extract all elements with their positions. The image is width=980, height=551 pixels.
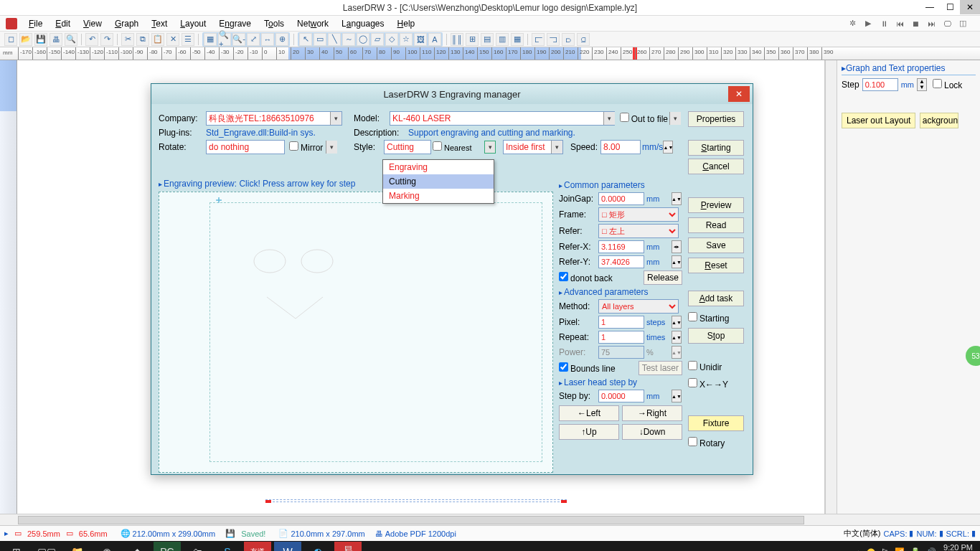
- undo-icon[interactable]: ↶: [85, 33, 98, 46]
- image-icon[interactable]: 🖼: [414, 33, 427, 46]
- step-spinner[interactable]: ▲▼: [917, 78, 927, 91]
- add-task-button[interactable]: Add task: [688, 291, 744, 306]
- down-button[interactable]: ↓Down: [622, 424, 682, 440]
- left-button[interactable]: ←Left: [559, 405, 619, 421]
- spinner[interactable]: ◂▸: [672, 240, 682, 253]
- dialog-titlebar[interactable]: LaserDRW 3 Engraving manager ✕: [151, 84, 753, 104]
- chevron-down-icon[interactable]: ▾: [603, 112, 615, 125]
- grid4-icon[interactable]: ▦: [511, 33, 524, 46]
- copy-icon[interactable]: ⧉: [136, 33, 149, 46]
- qr-icon[interactable]: ⊞: [466, 33, 479, 46]
- style-dropdown-list[interactable]: Engraving Cutting Marking: [382, 159, 494, 204]
- line-icon[interactable]: ╲: [328, 33, 341, 46]
- zoom-full-icon[interactable]: ⤢: [247, 33, 260, 46]
- refer-select[interactable]: □ 左上: [598, 224, 679, 238]
- chevron-down-icon[interactable]: ▾: [330, 112, 341, 125]
- starting-button[interactable]: Starting: [688, 140, 744, 156]
- diamond-icon[interactable]: ◇: [385, 33, 398, 46]
- chevron-down-icon[interactable]: ▾: [484, 141, 496, 154]
- align4-icon[interactable]: ⫑: [577, 33, 590, 46]
- menu-view[interactable]: View: [77, 17, 108, 30]
- menu-help[interactable]: Help: [392, 17, 421, 30]
- chevron-down-icon[interactable]: ▾: [326, 141, 337, 154]
- tray-battery-icon[interactable]: 🔋: [910, 547, 920, 552]
- pixel-input[interactable]: [598, 316, 644, 329]
- chevron-down-icon[interactable]: ▾: [551, 141, 562, 154]
- new-icon[interactable]: ◻: [4, 33, 17, 46]
- scrollbar-vertical[interactable]: [825, 60, 837, 514]
- maximize-button[interactable]: ☐: [940, 0, 960, 14]
- filemgr-icon[interactable]: 📁: [63, 542, 90, 551]
- props-icon[interactable]: ☰: [182, 33, 194, 46]
- taskview-icon[interactable]: ▢▢: [33, 542, 60, 551]
- minimize-button[interactable]: —: [920, 0, 940, 14]
- barcode-icon[interactable]: ║║: [451, 33, 463, 46]
- open-icon[interactable]: 📂: [19, 33, 32, 46]
- spinner[interactable]: ▲▼: [672, 192, 682, 205]
- rect-icon[interactable]: ▭: [314, 33, 326, 46]
- refery-input[interactable]: [598, 255, 644, 268]
- align3-icon[interactable]: ⫐: [562, 33, 575, 46]
- preview-icon[interactable]: 🔍: [65, 33, 77, 46]
- reset-button[interactable]: Reset: [688, 258, 744, 273]
- redo-icon[interactable]: ↷: [100, 33, 113, 46]
- bounds-checkbox[interactable]: Bounds line: [559, 362, 616, 374]
- save-icon[interactable]: 💾: [34, 33, 47, 46]
- paste-icon[interactable]: 📋: [151, 33, 164, 46]
- next-icon[interactable]: ⏭: [925, 18, 937, 29]
- ellipse-icon[interactable]: ◯: [357, 33, 369, 46]
- grid-icon[interactable]: ▦: [204, 33, 217, 46]
- nearest-checkbox[interactable]: Nearest: [433, 141, 484, 152]
- rotary-checkbox[interactable]: Rotary: [688, 437, 745, 448]
- youdao-icon[interactable]: 有道: [244, 542, 271, 551]
- app2-icon[interactable]: ◐: [304, 542, 331, 551]
- zoom-out-icon[interactable]: 🔍-: [232, 33, 245, 46]
- tray-time[interactable]: 9:20 PM: [942, 543, 973, 551]
- laser-layout-button[interactable]: Laser out Layout: [842, 113, 915, 128]
- preview-button[interactable]: Preview: [688, 197, 744, 213]
- menu-text[interactable]: Text: [146, 17, 173, 30]
- tray-wifi-icon[interactable]: 📶: [895, 547, 905, 552]
- tray-flag-icon[interactable]: 🏳: [881, 547, 889, 551]
- play-icon[interactable]: ▶: [862, 18, 874, 29]
- spinner[interactable]: ▲▼: [672, 316, 682, 329]
- company-select[interactable]: [206, 111, 342, 126]
- dialog-close-button[interactable]: ✕: [728, 86, 750, 102]
- xy-checkbox[interactable]: X←→Y: [688, 378, 745, 390]
- chrome-icon[interactable]: ◉: [93, 542, 121, 551]
- close-button[interactable]: ✕: [960, 0, 980, 14]
- menu-network[interactable]: Network: [291, 17, 334, 30]
- poly-icon[interactable]: ▱: [371, 33, 384, 46]
- mirror-checkbox[interactable]: Mirror: [289, 141, 323, 153]
- fixture-button[interactable]: Fixture: [688, 415, 744, 431]
- cancel-button[interactable]: Cancel: [688, 159, 744, 174]
- unidir-checkbox[interactable]: Unidir: [688, 361, 745, 372]
- tray-volume-icon[interactable]: 🔊: [926, 547, 936, 552]
- sb-lang[interactable]: 中文(简体): [844, 528, 880, 539]
- pycharm-icon[interactable]: PC: [154, 542, 181, 551]
- grid2-icon[interactable]: ▤: [481, 33, 494, 46]
- plugins-value[interactable]: Std_Engrave.dll:Build-in sys.: [206, 128, 316, 138]
- delete-icon[interactable]: ✕: [166, 33, 179, 46]
- tray-shield-icon[interactable]: ⬤: [867, 547, 875, 552]
- print-icon[interactable]: 🖶: [50, 33, 62, 46]
- method-select[interactable]: All layers: [598, 299, 679, 314]
- text-icon[interactable]: A: [428, 33, 441, 46]
- frame-select[interactable]: □ 矩形: [598, 207, 679, 222]
- align1-icon[interactable]: ⫍: [532, 33, 545, 46]
- stop-icon[interactable]: ⏹: [910, 18, 921, 29]
- pause-icon[interactable]: ⏸: [878, 18, 890, 29]
- chevron-down-icon[interactable]: ▾: [669, 112, 681, 125]
- outfile-checkbox[interactable]: Out to file: [620, 113, 668, 124]
- rotate-select[interactable]: [206, 140, 285, 154]
- right-button[interactable]: →Right: [622, 405, 682, 421]
- menu-graph[interactable]: Graph: [109, 17, 144, 30]
- option-marking[interactable]: Marking: [383, 189, 494, 203]
- monitor-icon[interactable]: 🖵: [941, 18, 953, 29]
- up-button[interactable]: ↑Up: [559, 424, 619, 440]
- word-icon[interactable]: W: [274, 542, 301, 551]
- style-select[interactable]: [384, 140, 431, 154]
- model-select[interactable]: [390, 111, 615, 126]
- read-button[interactable]: Read: [688, 217, 744, 233]
- spinner[interactable]: ▲▼: [672, 255, 682, 268]
